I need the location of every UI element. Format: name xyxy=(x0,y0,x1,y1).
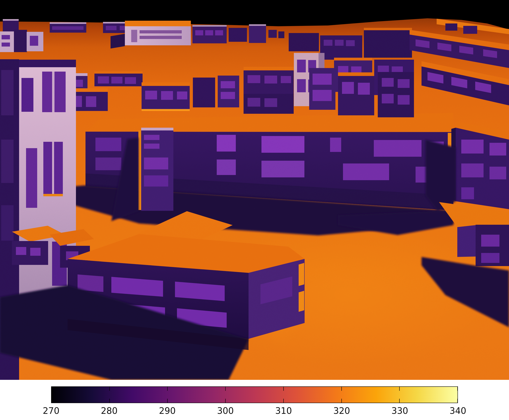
colorbar-tick xyxy=(167,399,168,403)
colorbar-tick xyxy=(457,387,458,391)
colorbar-tick xyxy=(225,387,226,391)
thermal-scene xyxy=(0,0,509,380)
colorbar-tick xyxy=(283,387,284,391)
colorbar-tick xyxy=(51,399,52,403)
colorbar-labels: 270280290300310320330340 xyxy=(51,406,458,418)
colorbar-tick xyxy=(109,399,110,403)
film-grain-overlay xyxy=(0,0,509,380)
scene-canvas xyxy=(0,0,509,380)
colorbar-tick xyxy=(225,399,226,403)
colorbar-tick xyxy=(51,387,52,391)
colorbar-tick-label: 330 xyxy=(391,406,408,416)
colorbar-tick xyxy=(399,399,400,403)
colorbar-tick-label: 290 xyxy=(159,406,176,416)
colorbar-tick xyxy=(167,387,168,391)
colorbar-tick-label: 320 xyxy=(333,406,350,416)
colorbar-tick-label: 340 xyxy=(449,406,466,416)
colorbar-tick-label: 280 xyxy=(101,406,118,416)
colorbar-tick-label: 310 xyxy=(275,406,292,416)
colorbar-tick xyxy=(341,399,342,403)
colorbar-tick xyxy=(399,387,400,391)
colorbar-tick-label: 270 xyxy=(43,406,60,416)
colorbar-tick xyxy=(283,399,284,403)
colorbar-tick xyxy=(457,399,458,403)
colorbar-gradient xyxy=(51,386,458,403)
colorbar-tick-label: 300 xyxy=(217,406,234,416)
colorbar-tick xyxy=(109,387,110,391)
colorbar-tick xyxy=(341,387,342,391)
thermal-render-page: 270280290300310320330340 xyxy=(0,0,509,420)
